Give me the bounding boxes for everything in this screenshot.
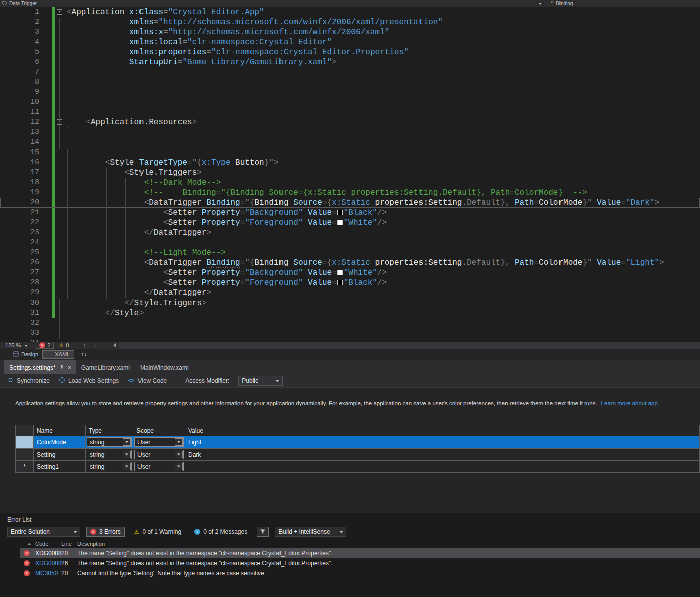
chevron-down-icon[interactable]	[123, 451, 131, 458]
chevron-down-icon[interactable]	[123, 438, 131, 446]
column-header-value[interactable]: Value	[185, 425, 700, 436]
code-line[interactable]: 25 <!--Light Mode-->	[0, 248, 700, 258]
scroll-left-icon[interactable]	[111, 343, 116, 347]
settings-row[interactable]: SettingstringUserDark	[16, 449, 700, 461]
view-code-button[interactable]: <> View Code	[128, 377, 167, 384]
code-line[interactable]: 21 <Setter Property="Background" Value="…	[0, 208, 700, 218]
tab-gamelibrary-xaml[interactable]: GameLibrary.xaml	[76, 360, 135, 375]
column-header-name[interactable]: Name	[34, 425, 86, 436]
access-modifier-select[interactable]: Public	[238, 376, 283, 386]
scope-select[interactable]: User	[134, 437, 184, 447]
settings-row[interactable]: ColorModestringUserLight	[16, 436, 700, 449]
swap-panes-icon[interactable]	[81, 352, 87, 357]
element-breadcrumb[interactable]: Data Trigger	[0, 0, 39, 7]
code-line[interactable]: 33	[0, 328, 700, 338]
chevron-down-icon[interactable]	[175, 451, 183, 458]
code-line[interactable]: 10	[0, 97, 700, 107]
code-line[interactable]: 27 <Setter Property="Background" Value="…	[0, 268, 700, 278]
column-header-line[interactable]: Line	[59, 539, 75, 548]
chevron-down-icon[interactable]	[175, 463, 183, 470]
code-line[interactable]: 19 <!-- Binding="{Binding Source={x:Stat…	[0, 188, 700, 198]
tab-settings-settings[interactable]: Settings.settings* ×	[4, 360, 76, 375]
close-icon[interactable]: ×	[68, 364, 71, 371]
error-code-cell[interactable]: XDG0008	[33, 550, 59, 557]
code-line[interactable]: 16 <Style TargetType="{x:Type Button}">	[0, 158, 700, 168]
scope-select[interactable]: User	[134, 462, 184, 471]
severity-column-header[interactable]	[20, 539, 33, 548]
scope-select[interactable]: User	[134, 450, 184, 459]
tab-xaml[interactable]: XAML	[42, 350, 74, 359]
previous-issue-button[interactable]: ↑	[83, 342, 86, 348]
code-line[interactable]: 23 </DataTrigger>	[0, 228, 700, 238]
column-header-scope[interactable]: Scope	[133, 425, 185, 436]
row-header[interactable]	[16, 436, 34, 449]
setting-value-cell[interactable]	[185, 461, 700, 473]
code-line[interactable]: 18 <!--Dark Mode-->	[0, 178, 700, 188]
code-line[interactable]: 3 xmlns:x="http://schemas.microsoft.com/…	[0, 27, 700, 37]
learn-more-link[interactable]: Learn more about app	[601, 400, 658, 406]
code-line[interactable]: 24	[0, 238, 700, 248]
code-line[interactable]: 31 </Style>	[0, 308, 700, 318]
type-select[interactable]: string	[87, 437, 132, 447]
xaml-code-editor[interactable]: 1-<Application x:Class="Crystal_Editor.A…	[0, 7, 700, 342]
chevron-down-icon[interactable]	[123, 463, 131, 470]
messages-filter-button[interactable]: 0 of 2 Messages	[191, 527, 251, 537]
column-header-description[interactable]: Description	[75, 539, 700, 548]
setting-name-cell[interactable]: ColorMode	[34, 436, 86, 449]
next-issue-button[interactable]: ↓	[94, 342, 97, 348]
row-header[interactable]	[16, 449, 34, 461]
code-line[interactable]: 9	[0, 87, 700, 97]
settings-row[interactable]: *Setting1stringUser	[16, 461, 700, 473]
code-line[interactable]: 8	[0, 77, 700, 87]
type-select[interactable]: string	[87, 450, 132, 459]
errors-filter-button[interactable]: 3 Errors	[86, 527, 125, 537]
error-code-cell[interactable]: MC3050	[33, 570, 59, 577]
error-code-link[interactable]: MC3050	[35, 570, 58, 577]
error-code-link[interactable]: XDG0008	[35, 550, 62, 557]
code-line[interactable]: 11	[0, 107, 700, 117]
setting-name-cell[interactable]: Setting1	[34, 461, 86, 473]
code-line[interactable]: 29 </DataTrigger>	[0, 288, 700, 298]
synchronize-button[interactable]: Synchronize	[7, 377, 50, 385]
tab-mainwindow-xaml[interactable]: MainWindow.xaml	[135, 360, 194, 375]
code-line[interactable]: 34	[0, 338, 700, 342]
code-line[interactable]: 1-<Application x:Class="Crystal_Editor.A…	[0, 7, 700, 17]
pin-icon[interactable]	[59, 364, 64, 371]
error-scope-select[interactable]: Entire Solution	[7, 527, 80, 537]
setting-value-cell[interactable]: Light	[185, 436, 700, 449]
setting-name-cell[interactable]: Setting	[34, 449, 86, 461]
code-line[interactable]: 15	[0, 147, 700, 158]
code-line[interactable]: 7	[0, 67, 700, 77]
column-header-type[interactable]: Type	[86, 425, 133, 436]
code-line[interactable]: 6 StartupUri="Game Library/GameLibrary.x…	[0, 57, 700, 67]
fold-toggle[interactable]: -	[57, 9, 62, 15]
code-line[interactable]: 28 <Setter Property="Foreground" Value="…	[0, 278, 700, 288]
type-select[interactable]: string	[87, 462, 132, 471]
code-line[interactable]: 32	[0, 318, 700, 328]
code-line[interactable]: 5 xmlns:properties="clr-namespace:Crysta…	[0, 47, 700, 57]
row-header[interactable]: *	[16, 461, 34, 473]
setting-value-cell[interactable]: Dark	[185, 449, 700, 461]
error-row[interactable]: MC305020Cannot find the type 'Setting'. …	[20, 568, 700, 578]
code-line[interactable]: 17- <Style.Triggers>	[0, 168, 700, 178]
editor-error-indicator[interactable]: 2	[36, 342, 54, 349]
horizontal-scrollbar[interactable]	[119, 342, 700, 349]
code-line[interactable]: 22 <Setter Property="Foreground" Value="…	[0, 218, 700, 228]
tab-design[interactable]: Design	[9, 351, 42, 358]
code-line[interactable]: 12- <Application.Resources>	[0, 117, 700, 127]
error-source-select[interactable]: Build + IntelliSense	[275, 527, 346, 537]
code-line[interactable]: 14	[0, 137, 700, 147]
warnings-filter-button[interactable]: 0 of 1 Warning	[131, 527, 185, 537]
zoom-control[interactable]: 125 %	[5, 342, 28, 348]
error-row[interactable]: XDG000826The name "Setting" does not exi…	[20, 558, 700, 568]
editor-warning-indicator[interactable]: 0	[59, 342, 69, 348]
code-line[interactable]: 4 xmlns:local="clr-namespace:Crystal_Edi…	[0, 37, 700, 47]
column-header-code[interactable]: Code	[33, 539, 59, 548]
code-line[interactable]: 20- <DataTrigger Binding="{Binding Sourc…	[0, 198, 700, 208]
code-line[interactable]: 30 </Style.Triggers>	[0, 298, 700, 308]
chevron-down-icon[interactable]	[539, 3, 542, 6]
code-line[interactable]: 26- <DataTrigger Binding="{Binding Sourc…	[0, 258, 700, 268]
code-line[interactable]: 2 xmlns="http://schemas.microsoft.com/wi…	[0, 17, 700, 27]
load-web-settings-button[interactable]: Load Web Settings	[59, 377, 119, 385]
code-line[interactable]: 13	[0, 127, 700, 137]
